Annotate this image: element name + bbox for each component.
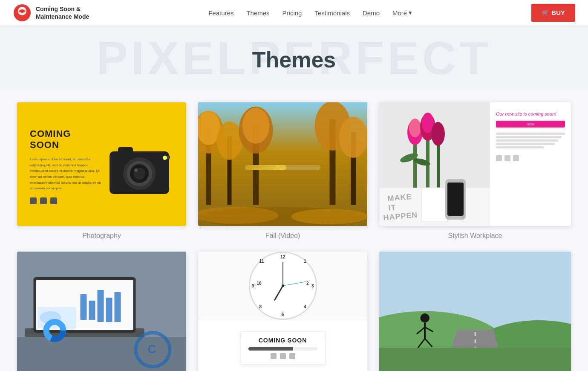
stylish-progress-bar: 32% — [496, 121, 565, 128]
nav-themes[interactable]: Themes — [246, 9, 269, 17]
clock-minute-hand — [282, 262, 283, 286]
logo-icon — [13, 3, 32, 22]
svg-rect-53 — [98, 290, 104, 322]
main-nav: Features Themes Pricing Testimonials Dem… — [208, 9, 412, 17]
svg-rect-9 — [118, 147, 133, 154]
svg-point-11 — [163, 156, 167, 160]
theme-card-fall[interactable]: We're not quite ready yet 55% Fall (Vide… — [198, 102, 367, 240]
nav-demo[interactable]: Demo — [363, 9, 380, 17]
theme-thumbnail-fall[interactable]: We're not quite ready yet 55% — [198, 102, 367, 226]
nav-pricing[interactable]: Pricing — [282, 9, 302, 17]
theme-card-stylish[interactable]: MAKE IT HAPPEN Our new site is coming so… — [379, 102, 571, 240]
logo[interactable]: Coming Soon & Maintenance Mode — [13, 3, 89, 22]
stylish-twitter-icon — [504, 155, 510, 161]
google-icon — [50, 197, 57, 204]
svg-point-27 — [291, 209, 368, 224]
theme-thumbnail-clock[interactable]: 12 3 6 9 1 11 2 4 8 10 — [198, 252, 367, 371]
stylish-tagline: Our new site is coming soon! — [496, 111, 565, 117]
clock-fb-icon — [271, 353, 277, 359]
svg-point-36 — [431, 122, 445, 146]
clock-top-area: 12 3 6 9 1 11 2 4 8 10 — [198, 252, 367, 320]
svg-rect-52 — [89, 301, 95, 320]
clock-num-2: 2 — [306, 281, 309, 286]
theme-thumbnail-stylish[interactable]: MAKE IT HAPPEN Our new site is coming so… — [379, 102, 571, 226]
clock-gp-icon — [289, 353, 295, 359]
clock-coming-soon-text: COMING SOON — [248, 337, 317, 344]
fall-background — [198, 102, 367, 226]
clock-num-9: 9 — [252, 284, 254, 288]
svg-point-8 — [134, 168, 138, 172]
theme-thumbnail-runner[interactable]: COMING SOON Sed ut perspiciatis unde omn… — [379, 252, 571, 371]
fall-preview: We're not quite ready yet 55% — [198, 102, 367, 226]
svg-rect-42 — [447, 183, 464, 216]
stylish-left-image: MAKE IT HAPPEN — [379, 102, 490, 226]
photography-preview: COMING SOON Lorem ipsum dolor sit amet, … — [17, 102, 186, 226]
svg-point-31 — [409, 119, 421, 137]
themes-section: COMING SOON Lorem ipsum dolor sit amet, … — [9, 90, 579, 371]
logo-text: Coming Soon & Maintenance Mode — [36, 5, 89, 20]
clock-preview: 12 3 6 9 1 11 2 4 8 10 — [198, 252, 367, 371]
svg-rect-51 — [81, 294, 87, 320]
clock-coming-soon-card: COMING SOON — [240, 331, 326, 365]
svg-point-24 — [339, 117, 368, 158]
svg-rect-35 — [437, 139, 440, 188]
clock-face: 12 3 6 9 1 11 2 4 8 10 — [249, 252, 317, 320]
stylish-line-5 — [496, 146, 544, 148]
theme-label-fall: Fall (Video) — [265, 232, 300, 240]
stylish-line-3 — [496, 139, 558, 142]
clock-num-8: 8 — [259, 304, 262, 309]
clock-num-6: 6 — [282, 312, 284, 317]
nav-features[interactable]: Features — [208, 9, 233, 17]
theme-card-clock[interactable]: 12 3 6 9 1 11 2 4 8 10 — [198, 252, 367, 371]
buy-button[interactable]: 🛒 BUY — [531, 4, 575, 22]
clock-hour-hand — [274, 285, 283, 301]
photography-social-icons — [30, 197, 101, 204]
clock-num-4: 4 — [304, 304, 306, 309]
camera-icon — [101, 132, 178, 200]
stylish-line-2 — [496, 136, 562, 138]
stylish-progress-text: 32% — [527, 122, 534, 126]
photography-coming-soon-text: COMING SOON — [30, 128, 101, 151]
stylish-right-panel: Our new site is coming soon! 32% — [490, 102, 571, 226]
svg-rect-55 — [115, 292, 121, 322]
chevron-down-icon: ▾ — [409, 9, 412, 17]
nav-testimonials[interactable]: Testimonials — [314, 9, 350, 17]
svg-rect-40 — [422, 188, 447, 222]
theme-card-photography[interactable]: COMING SOON Lorem ipsum dolor sit amet, … — [17, 102, 186, 240]
svg-text:C: C — [148, 342, 156, 356]
clock-social-icons — [248, 353, 317, 359]
hero-section: PIXELPERFECT Themes — [0, 26, 588, 90]
clock-num-3: 3 — [311, 284, 314, 288]
svg-point-20 — [242, 108, 270, 144]
clock-num-11: 11 — [259, 259, 264, 264]
clock-second-hand — [282, 281, 306, 286]
themes-grid: COMING SOON Lorem ipsum dolor sit amet, … — [17, 102, 571, 371]
stylish-line-1 — [496, 133, 565, 135]
theme-thumbnail-photography[interactable]: COMING SOON Lorem ipsum dolor sit amet, … — [17, 102, 186, 226]
stylish-social-icons — [496, 155, 565, 161]
nav-more[interactable]: More ▾ — [392, 9, 412, 17]
clock-num-10: 10 — [257, 281, 262, 286]
runner-preview: COMING SOON Sed ut perspiciatis unde omn… — [379, 252, 571, 371]
page-title: Themes — [9, 47, 579, 72]
clock-tw-icon — [280, 353, 286, 359]
svg-rect-67 — [379, 348, 571, 371]
header: Coming Soon & Maintenance Mode Features … — [0, 0, 588, 26]
clock-num-1: 1 — [304, 259, 306, 264]
fall-progress-fill — [245, 165, 286, 170]
stylish-preview: MAKE IT HAPPEN Our new site is coming so… — [379, 102, 571, 226]
facebook-icon — [30, 197, 37, 204]
stylish-line-4 — [496, 143, 555, 145]
theme-label-stylish: Stylish Workplace — [448, 232, 502, 240]
runner-background — [379, 252, 571, 371]
svg-text:IT: IT — [388, 203, 397, 212]
svg-rect-54 — [106, 298, 112, 322]
fall-progress-bar — [245, 165, 320, 170]
theme-thumbnail-webinar[interactable]: C WEBINARS MADE EASY Buy Now and Save Up… — [17, 252, 186, 371]
photography-lorem: Lorem ipsum dolor sit amet, consectetur … — [30, 157, 101, 191]
svg-point-17 — [217, 122, 242, 160]
clock-progress-fill — [248, 347, 293, 351]
theme-card-runner[interactable]: COMING SOON Sed ut perspiciatis unde omn… — [379, 252, 571, 371]
stylish-facebook-icon — [496, 155, 502, 161]
theme-card-webinar[interactable]: C WEBINARS MADE EASY Buy Now and Save Up… — [17, 252, 186, 371]
